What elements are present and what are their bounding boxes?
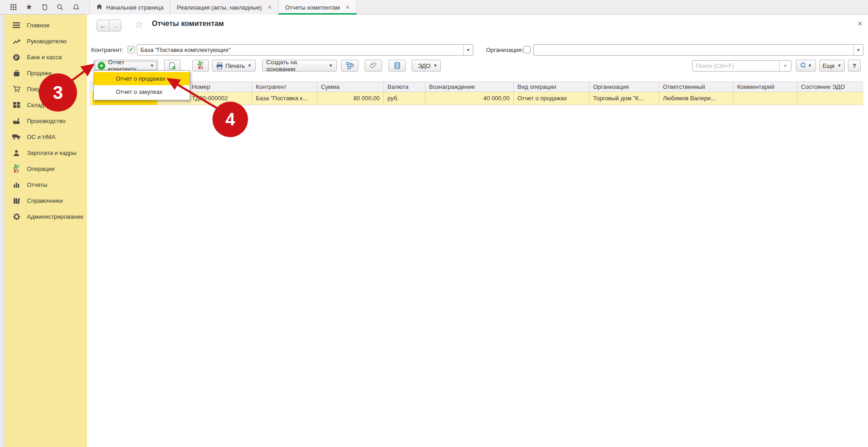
menu-item-purchases-report[interactable]: Отчет о закупках <box>94 85 190 98</box>
chevron-down-icon: ▼ <box>150 63 154 68</box>
cell-currency[interactable]: руб. <box>384 92 425 105</box>
cart-icon <box>12 85 21 93</box>
add-plus-icon: + <box>98 62 105 70</box>
search-box: × <box>692 60 791 72</box>
sidebar-item-salary-hr[interactable]: Зарплата и кадры <box>5 145 87 161</box>
sidebar-item-manager[interactable]: Руководителю <box>5 33 87 49</box>
trend-chart-icon <box>12 37 21 46</box>
sidebar-item-production[interactable]: Производство <box>5 113 87 129</box>
list-settings-button[interactable] <box>388 60 406 72</box>
column-edo-state[interactable]: Состояние ЭДО <box>797 82 863 92</box>
counterparty-combobox: ▼ <box>137 44 473 56</box>
sidebar-item-operations[interactable]: ДтКт Операции <box>5 161 87 177</box>
chevron-down-icon: ▼ <box>837 63 842 68</box>
column-counterparty[interactable]: Контрагент <box>252 82 317 92</box>
edo-button[interactable]: я ЭДО ▼ <box>412 60 441 72</box>
cell-comment[interactable] <box>734 92 797 105</box>
system-icons: ★ <box>0 0 89 14</box>
gear-icon <box>12 213 21 221</box>
table-header: Номер Контрагент Сумма Валюта Вознагражд… <box>89 82 863 92</box>
cell-operation[interactable]: Отчет о продажах <box>514 92 589 105</box>
history-icon[interactable] <box>40 2 50 12</box>
top-bar: ★ Начальная страница Реализация (акты, н… <box>0 0 868 15</box>
dtkt-icon: ДтКт <box>12 165 21 173</box>
print-button[interactable]: Печать ▼ <box>212 60 256 72</box>
pallet-icon <box>12 101 21 109</box>
close-icon[interactable]: ✕ <box>345 4 350 10</box>
column-sum[interactable]: Сумма <box>317 82 384 92</box>
search-input[interactable] <box>692 61 779 71</box>
structure-icon <box>346 62 354 69</box>
cell-organization[interactable]: Торговый дом "К... <box>589 92 659 105</box>
cell-number[interactable]: ТД00-000002 <box>188 92 252 105</box>
counterparty-label: Контрагент: <box>91 44 124 56</box>
structure-button[interactable] <box>341 60 358 72</box>
hamburger-icon <box>12 21 21 30</box>
sidebar-item-reports[interactable]: Отчеты <box>5 177 87 193</box>
favorites-star-icon[interactable]: ★ <box>24 2 34 12</box>
create-based-on-button[interactable]: Создать на основании ▼ <box>262 60 337 72</box>
page-title: Отчеты комитентам <box>152 20 224 28</box>
home-icon <box>96 4 103 11</box>
truck-icon <box>12 133 21 141</box>
tab-label: Отчеты комитентам <box>285 4 340 11</box>
cell-fee[interactable]: 40 000,00 <box>425 92 514 105</box>
chevron-down-icon[interactable]: ▼ <box>853 45 863 55</box>
more-button[interactable]: Еще ▼ <box>819 60 845 72</box>
column-currency[interactable]: Валюта <box>384 82 425 92</box>
chevron-down-icon: ▼ <box>248 63 252 68</box>
table-row[interactable]: ТД00-000002 База "Поставка к... 80 000,0… <box>89 92 863 105</box>
back-button[interactable]: ← <box>97 20 109 31</box>
search-icon[interactable] <box>55 2 65 12</box>
cell-counterparty[interactable]: База "Поставка к... <box>252 92 317 105</box>
column-fee[interactable]: Вознаграждение <box>425 82 514 92</box>
sidebar-item-main[interactable]: Главное <box>5 17 87 33</box>
documents-table: Номер Контрагент Сумма Валюта Вознагражд… <box>89 82 863 105</box>
history-nav: ← → <box>97 20 121 31</box>
close-icon[interactable]: ✕ <box>857 20 863 27</box>
column-operation[interactable]: Вид операции <box>514 82 589 92</box>
attachments-button[interactable] <box>365 60 382 72</box>
search-clear-icon[interactable]: × <box>779 61 791 71</box>
new-report-dropdown-menu: Отчет о продажах Отчет о закупках <box>93 70 190 100</box>
organization-input[interactable] <box>534 45 853 55</box>
cell-sum[interactable]: 80 000,00 <box>317 92 384 105</box>
menu-item-sales-report[interactable]: Отчет о продажах <box>94 72 190 85</box>
cell-edo-state[interactable] <box>797 92 863 105</box>
magnifier-icon <box>800 62 805 69</box>
column-responsible[interactable]: Ответственный <box>659 82 734 92</box>
bar-chart-icon <box>12 181 21 189</box>
organization-label: Организация: <box>486 44 523 56</box>
column-comment[interactable]: Комментарий <box>734 82 797 92</box>
chevron-down-icon[interactable]: ▼ <box>463 45 473 55</box>
menu-grid-icon[interactable] <box>8 2 18 12</box>
dtkt-icon: ДтКт <box>198 61 203 70</box>
sidebar-item-directories[interactable]: Справочники <box>5 193 87 209</box>
help-button[interactable]: ? <box>848 60 861 72</box>
chevron-down-icon: ▼ <box>433 63 437 68</box>
column-number[interactable]: Номер <box>188 82 252 92</box>
counterparty-checkbox[interactable]: ✓ <box>128 46 135 53</box>
books-icon <box>12 197 21 205</box>
close-icon[interactable]: ✕ <box>267 4 272 10</box>
forward-button[interactable]: → <box>109 20 121 31</box>
search-settings-button[interactable]: ▼ <box>796 60 816 72</box>
notifications-bell-icon[interactable] <box>71 2 81 12</box>
cell-responsible[interactable]: Любимов Валери... <box>659 92 734 105</box>
sidebar-item-bank-cash[interactable]: Р Банк и касса <box>5 49 87 65</box>
column-organization[interactable]: Организация <box>589 82 659 92</box>
ruble-coin-icon: Р <box>12 53 21 62</box>
list-icon <box>394 62 400 69</box>
tab-home[interactable]: Начальная страница <box>89 0 170 15</box>
tab-realization[interactable]: Реализация (акты, накладные) ✕ <box>170 0 279 15</box>
sidebar-item-fixed-assets[interactable]: ОС и НМА <box>5 129 87 145</box>
tab-label: Начальная страница <box>106 4 164 11</box>
tab-bar: Начальная страница Реализация (акты, нак… <box>89 0 357 15</box>
organization-checkbox[interactable] <box>523 46 531 53</box>
counterparty-input[interactable] <box>137 45 463 55</box>
favorite-star-icon[interactable]: ☆ <box>134 19 144 31</box>
sidebar-item-administration[interactable]: Администрирование <box>5 209 87 225</box>
dtkt-button[interactable]: ДтКт <box>192 60 209 72</box>
tab-consignor-reports[interactable]: Отчеты комитентам ✕ <box>279 0 356 15</box>
copy-document-icon <box>169 62 176 70</box>
